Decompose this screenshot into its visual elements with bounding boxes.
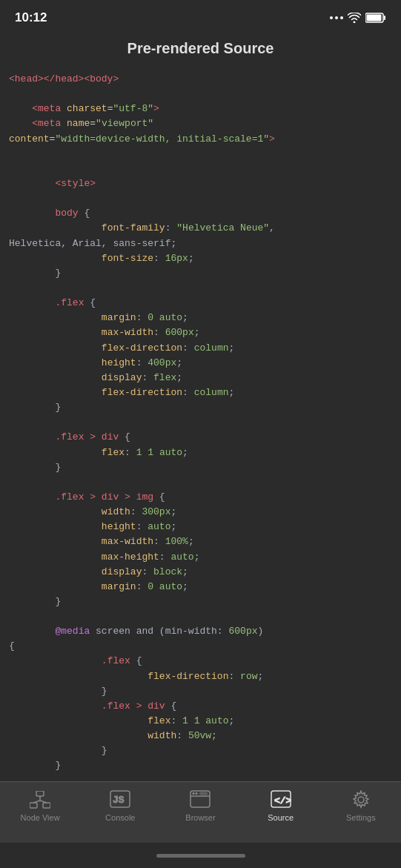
tab-settings-label: Settings — [346, 813, 376, 822]
svg-rect-3 — [36, 791, 44, 796]
tab-source-label: Source — [268, 813, 294, 822]
wifi-icon — [348, 13, 361, 23]
signal-icon — [330, 16, 343, 19]
home-indicator — [0, 843, 401, 868]
svg-text:</>: </> — [274, 795, 291, 806]
tab-console-label: Console — [105, 813, 135, 822]
status-bar: 10:12 — [0, 0, 401, 33]
page-title: Pre-rendered Source — [127, 40, 274, 56]
svg-text:JS: JS — [113, 795, 125, 806]
svg-point-14 — [196, 792, 197, 794]
code-area[interactable]: <head></head><body> <meta charset="utf-8… — [0, 66, 401, 781]
browser-icon — [190, 789, 211, 810]
settings-icon — [351, 789, 371, 810]
source-code: <head></head><body> <meta charset="utf-8… — [9, 72, 392, 781]
home-bar — [156, 854, 245, 858]
tab-bar: Node View JS Console Browser — [0, 781, 401, 843]
svg-point-18 — [358, 797, 364, 803]
svg-point-13 — [193, 792, 194, 794]
svg-rect-4 — [30, 803, 37, 808]
source-icon: </> — [271, 789, 291, 810]
status-icons — [330, 13, 386, 23]
page-title-bar: Pre-rendered Source — [0, 33, 401, 66]
node-view-icon — [30, 789, 50, 810]
svg-rect-15 — [199, 792, 208, 795]
battery-icon — [365, 13, 386, 23]
svg-rect-2 — [367, 15, 382, 21]
tab-settings[interactable]: Settings — [331, 789, 391, 822]
console-icon: JS — [110, 789, 130, 810]
status-time: 10:12 — [15, 10, 47, 25]
tab-browser-label: Browser — [185, 813, 215, 822]
svg-rect-5 — [43, 803, 50, 808]
tab-node-view[interactable]: Node View — [10, 789, 70, 822]
svg-rect-1 — [384, 16, 385, 20]
tab-node-view-label: Node View — [21, 813, 60, 822]
tab-browser[interactable]: Browser — [170, 789, 230, 822]
tab-source[interactable]: </> Source — [251, 789, 311, 822]
tab-console[interactable]: JS Console — [90, 789, 150, 822]
